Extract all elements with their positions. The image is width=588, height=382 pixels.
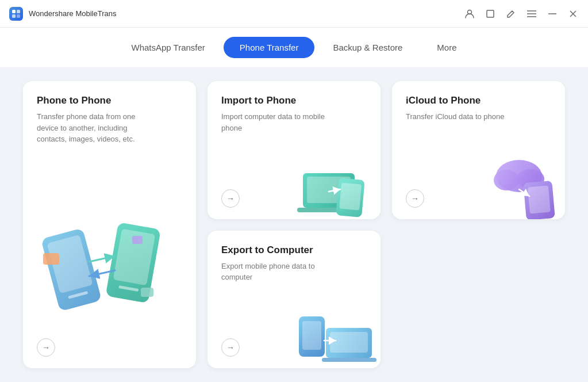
icloud-arrow[interactable]: → [406, 189, 424, 208]
svg-rect-2 [12, 14, 16, 18]
svg-rect-35 [322, 358, 376, 362]
tab-more[interactable]: More [421, 37, 472, 58]
card-phone-to-phone[interactable]: Phone to Phone Transfer phone data from … [23, 81, 196, 368]
svg-rect-34 [330, 332, 368, 353]
title-bar-controls [464, 8, 579, 20]
card-import-to-phone[interactable]: Import to Phone Import computer data to … [207, 81, 381, 219]
svg-rect-18 [43, 253, 59, 265]
app-icon [9, 7, 23, 21]
svg-rect-25 [339, 182, 362, 210]
svg-rect-19 [141, 288, 153, 297]
nav-bar: WhatsApp Transfer Phone Transfer Backup … [0, 28, 588, 67]
card-export-desc: Export mobile phone data to computer [221, 261, 336, 283]
svg-point-27 [494, 170, 519, 190]
svg-rect-0 [12, 10, 16, 13]
title-bar: Wondershare MobileTrans [0, 0, 588, 28]
svg-rect-20 [132, 236, 143, 244]
svg-rect-32 [302, 321, 321, 350]
export-arrow[interactable]: → [221, 338, 240, 357]
tab-whatsapp-transfer[interactable]: WhatsApp Transfer [115, 37, 221, 58]
svg-rect-30 [528, 185, 551, 213]
card-export-title: Export to Computer [221, 245, 367, 256]
card-phone-to-phone-desc: Transfer phone data from one device to a… [37, 111, 152, 145]
card-phone-to-phone-title: Phone to Phone [37, 95, 182, 106]
icloud-illustration [479, 150, 559, 213]
card-icloud-to-phone[interactable]: iCloud to Phone Transfer iCloud data to … [392, 81, 565, 219]
phone-to-phone-arrow[interactable]: → [37, 338, 55, 357]
export-illustration [294, 299, 375, 362]
card-icloud-title: iCloud to Phone [406, 95, 551, 106]
tab-phone-transfer[interactable]: Phone Transfer [224, 37, 315, 58]
minimize-button[interactable] [547, 8, 558, 20]
card-export-to-computer[interactable]: Export to Computer Export mobile phone d… [207, 231, 381, 369]
card-import-desc: Import computer data to mobile phone [221, 111, 336, 133]
tab-backup-restore[interactable]: Backup & Restore [317, 37, 418, 58]
edit-icon[interactable] [505, 8, 517, 20]
import-arrow[interactable]: → [221, 189, 240, 208]
import-illustration [294, 150, 375, 213]
title-bar-left: Wondershare MobileTrans [9, 7, 116, 21]
main-content: Phone to Phone Transfer phone data from … [0, 67, 588, 382]
card-icloud-desc: Transfer iCloud data to phone [406, 111, 521, 123]
profile-icon[interactable] [464, 8, 475, 20]
menu-icon[interactable] [526, 8, 537, 20]
phone-to-phone-illustration [34, 173, 190, 334]
svg-rect-5 [487, 10, 494, 17]
window-icon[interactable] [485, 8, 496, 20]
svg-rect-1 [17, 10, 20, 13]
card-import-title: Import to Phone [221, 95, 367, 106]
close-button[interactable] [567, 8, 579, 20]
svg-rect-3 [17, 14, 20, 18]
app-title: Wondershare MobileTrans [29, 9, 116, 18]
